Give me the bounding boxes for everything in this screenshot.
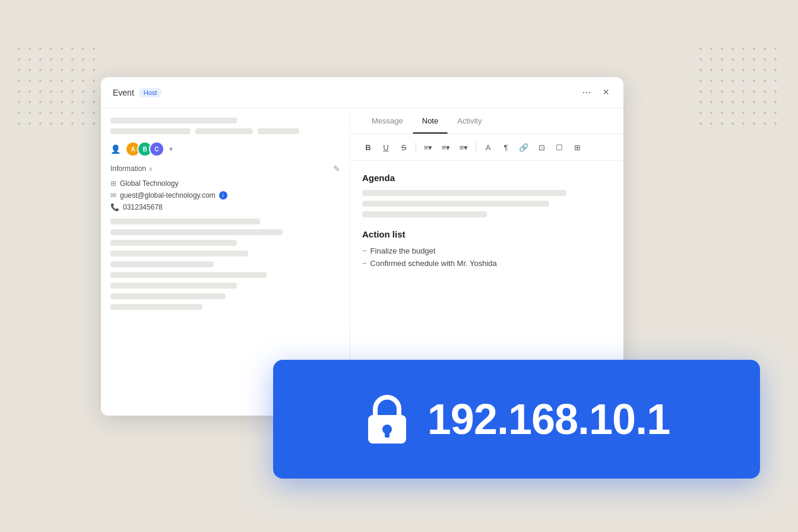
table-button[interactable]: ⊞ <box>569 139 585 156</box>
bold-button[interactable]: B <box>360 139 376 156</box>
skeleton-line <box>110 283 237 289</box>
skeleton-line <box>110 218 260 224</box>
document-button[interactable]: ☐ <box>551 139 568 156</box>
phone-info: 📞 0312345678 <box>110 203 340 211</box>
decorative-dots-left: (function() { var el = document.querySel… <box>18 48 99 128</box>
skeleton-line <box>258 128 299 134</box>
skeleton-line <box>110 293 226 299</box>
dialog-header: Event Host ··· × <box>101 77 623 108</box>
paragraph-button[interactable]: ¶ <box>498 139 514 156</box>
chevron-up-icon: ∧ <box>148 166 153 172</box>
skeleton-line <box>110 229 283 235</box>
email-address: guest@global-technology.com <box>120 191 216 200</box>
tab-message[interactable]: Message <box>362 108 413 134</box>
skeleton-line <box>110 261 214 267</box>
skeleton-line <box>110 240 237 246</box>
underline-button[interactable]: U <box>378 139 394 156</box>
edit-icon[interactable]: ✎ <box>333 164 340 173</box>
editor-toolbar: B U S ≡▾ ≡▾ ≡▾ A ¶ 🔗 ⊡ ☐ ⊞ <box>350 134 623 161</box>
tab-activity[interactable]: Activity <box>448 108 491 134</box>
font-color-button[interactable]: A <box>480 139 496 156</box>
agenda-title: Agenda <box>362 173 612 183</box>
bullet-list-button[interactable]: ≡▾ <box>420 139 436 156</box>
tab-note[interactable]: Note <box>413 108 448 134</box>
skeleton-line <box>110 272 267 278</box>
email-info: ✉ guest@global-technology.com i <box>110 191 340 200</box>
svg-rect-2 <box>385 432 390 438</box>
chevron-down-icon[interactable]: ▾ <box>169 145 173 153</box>
decorative-dots-right: (function() { var el = document.querySel… <box>699 48 780 128</box>
close-button[interactable]: × <box>600 84 612 101</box>
email-icon: ✉ <box>110 191 116 200</box>
tabs-bar: Message Note Activity <box>350 108 623 134</box>
image-button[interactable]: ⊡ <box>533 139 550 156</box>
skeleton-row <box>110 128 340 134</box>
dialog-title: Event <box>113 88 134 97</box>
toolbar-separator <box>416 142 416 153</box>
action-item: Confirmed schedule with Mr. Yoshida <box>362 259 612 268</box>
lock-icon-wrap <box>363 392 411 446</box>
strikethrough-button[interactable]: S <box>395 139 412 156</box>
avatar: C <box>149 141 164 157</box>
header-actions: ··· × <box>580 84 612 101</box>
host-badge: Host <box>139 88 162 97</box>
company-info: ⊞ Global Technology <box>110 179 340 188</box>
more-options-button[interactable]: ··· <box>580 84 593 101</box>
skeleton-line <box>110 128 191 134</box>
link-button[interactable]: 🔗 <box>515 139 532 156</box>
avatar-group: A B C <box>125 141 164 157</box>
lock-icon <box>363 392 411 446</box>
skeleton-line <box>110 118 237 124</box>
skeleton-line <box>195 128 253 134</box>
info-section-label: Information ∧ <box>110 164 153 173</box>
person-icon: 👤 <box>110 144 121 154</box>
phone-icon: 📞 <box>110 203 119 211</box>
skeleton-line <box>110 251 248 256</box>
skeleton-line <box>110 304 202 310</box>
skeleton-line <box>362 201 549 207</box>
avatar-row: 👤 A B C ▾ <box>110 141 340 157</box>
skeleton-line <box>362 190 566 196</box>
ip-address-banner: 192.168.10.1 <box>273 360 760 479</box>
skeleton-line <box>362 211 487 217</box>
building-icon: ⊞ <box>110 179 116 188</box>
info-badge-icon[interactable]: i <box>219 191 227 200</box>
phone-number: 0312345678 <box>123 203 163 211</box>
ordered-list-button[interactable]: ≡▾ <box>438 139 454 156</box>
action-list-title: Action list <box>362 229 612 239</box>
align-button[interactable]: ≡▾ <box>455 139 472 156</box>
company-name: Global Technology <box>120 179 179 188</box>
action-item: Finalize the budget <box>362 246 612 255</box>
ip-address-text: 192.168.10.1 <box>428 395 670 444</box>
toolbar-separator <box>476 142 476 153</box>
info-section-header: Information ∧ ✎ <box>110 164 340 173</box>
